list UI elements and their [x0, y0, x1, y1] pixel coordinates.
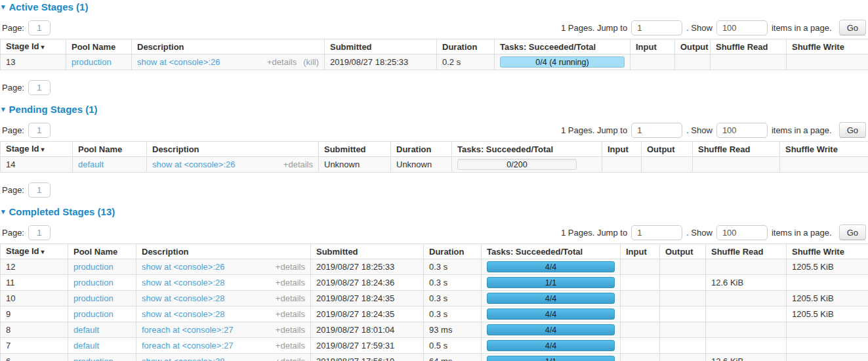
show-count-input[interactable]: [716, 20, 768, 35]
column-header-submitted[interactable]: Submitted: [311, 244, 424, 259]
column-header-tasks-succeeded-total[interactable]: Tasks: Succeeded/Total: [482, 244, 621, 259]
go-button[interactable]: Go: [839, 224, 866, 240]
page-number-input[interactable]: [28, 20, 51, 35]
stages-page: ▾ Active Stages (1) Page: 1 Pages. Jump …: [0, 0, 868, 361]
go-button[interactable]: Go: [839, 122, 866, 138]
stage-description-link[interactable]: show at <console>:26: [142, 262, 224, 272]
show-count-input[interactable]: [716, 123, 768, 138]
column-header-output[interactable]: Output: [642, 142, 693, 157]
column-header-output[interactable]: Output: [675, 39, 711, 54]
stage-description-link[interactable]: show at <console>:28: [142, 278, 224, 287]
submitted-cell: 2019/08/27 17:56:10: [311, 354, 424, 361]
stage-description-link[interactable]: show at <console>:28: [142, 309, 224, 319]
details-toggle-link[interactable]: +details: [276, 293, 305, 303]
column-header-submitted[interactable]: Submitted: [325, 39, 437, 54]
page-label: Page:: [2, 228, 24, 238]
description-cell: show at <console>:26+details(kill): [132, 54, 325, 70]
column-header-pool-name[interactable]: Pool Name: [66, 39, 132, 54]
column-header-duration[interactable]: Duration: [424, 244, 482, 259]
column-header-shuffle-read[interactable]: Shuffle Read: [711, 39, 787, 54]
column-header-input[interactable]: Input: [602, 142, 642, 157]
description-cell: show at <console>:26+details: [136, 259, 311, 275]
section-header-active-stages[interactable]: ▾ Active Stages (1): [1, 1, 868, 12]
pool-name-link[interactable]: production: [73, 356, 114, 361]
column-header-stage-id[interactable]: Stage Id▾: [1, 39, 66, 54]
shuffle-read-cell: [711, 54, 787, 70]
column-header-tasks-succeeded-total[interactable]: Tasks: Succeeded/Total: [452, 142, 602, 157]
output-cell: [660, 354, 706, 361]
jump-to-input[interactable]: [631, 123, 682, 138]
column-header-shuffle-read[interactable]: Shuffle Read: [693, 142, 780, 157]
column-header-output[interactable]: Output: [660, 244, 706, 259]
description-cell: show at <console>:28+details: [136, 354, 311, 361]
column-header-duration[interactable]: Duration: [437, 39, 495, 54]
page-number-input[interactable]: [28, 123, 51, 138]
column-header-stage-id[interactable]: Stage Id▾: [1, 244, 68, 259]
section-header-pending-stages[interactable]: ▾ Pending Stages (1): [1, 104, 868, 115]
go-button[interactable]: Go: [839, 20, 866, 35]
details-toggle-link[interactable]: +details: [276, 341, 305, 350]
completed-stages-table: Stage Id▾Pool NameDescriptionSubmittedDu…: [0, 244, 868, 361]
pool-name-link[interactable]: production: [73, 278, 114, 287]
tasks-cell: 4/4: [482, 291, 621, 307]
jump-to-input[interactable]: [631, 225, 682, 240]
output-cell: [660, 307, 706, 322]
stage-description-link[interactable]: show at <console>:28: [142, 356, 224, 361]
column-header-shuffle-read[interactable]: Shuffle Read: [706, 244, 787, 259]
column-header-pool-name[interactable]: Pool Name: [73, 142, 147, 157]
stage-row: 12productionshow at <console>:26+details…: [1, 259, 868, 275]
details-toggle-link[interactable]: +details: [276, 325, 305, 335]
table-header-row: Stage Id▾Pool NameDescriptionSubmittedDu…: [1, 244, 868, 259]
column-header-description[interactable]: Description: [132, 39, 325, 54]
column-header-description[interactable]: Description: [147, 142, 319, 157]
column-header-stage-id[interactable]: Stage Id▾: [1, 142, 73, 157]
pool-name-link[interactable]: production: [72, 57, 112, 67]
column-header-input[interactable]: Input: [621, 244, 660, 259]
stage-description-link[interactable]: show at <console>:26: [152, 159, 235, 169]
column-header-duration[interactable]: Duration: [391, 142, 452, 157]
details-toggle-link[interactable]: +details: [283, 159, 313, 169]
pool-name-cell: default: [68, 322, 136, 338]
shuffle-write-cell: 1205.5 KiB: [787, 259, 868, 275]
pool-name-link[interactable]: production: [73, 293, 114, 303]
stage-description-link[interactable]: show at <console>:28: [142, 293, 224, 303]
stage-description-link[interactable]: foreach at <console>:27: [142, 341, 234, 350]
column-header-shuffle-write[interactable]: Shuffle Write: [787, 39, 868, 54]
details-toggle-link[interactable]: +details: [267, 57, 297, 67]
page-number-input[interactable]: [28, 182, 51, 198]
details-toggle-link[interactable]: +details: [276, 278, 305, 287]
column-header-tasks-succeeded-total[interactable]: Tasks: Succeeded/Total: [495, 39, 630, 54]
pool-name-link[interactable]: production: [73, 262, 114, 272]
column-header-pool-name[interactable]: Pool Name: [68, 244, 136, 259]
pool-name-cell: default: [73, 157, 147, 173]
pool-name-link[interactable]: default: [73, 341, 99, 350]
stage-description-link[interactable]: foreach at <console>:27: [142, 325, 234, 335]
details-toggle-link[interactable]: +details: [276, 309, 305, 319]
input-cell: [621, 275, 660, 291]
collapse-arrow-icon: ▾: [1, 3, 5, 11]
collapse-arrow-icon: ▾: [1, 208, 5, 215]
pool-name-link[interactable]: default: [73, 325, 99, 335]
page-number-input[interactable]: [28, 225, 51, 240]
show-count-input[interactable]: [716, 225, 768, 240]
section-header-completed-stages[interactable]: ▾ Completed Stages (13): [1, 206, 868, 217]
stage-row: 10productionshow at <console>:28+details…: [1, 291, 868, 307]
shuffle-write-cell: 1205.5 KiB: [787, 291, 868, 307]
details-toggle-link[interactable]: +details: [276, 356, 305, 361]
column-header-input[interactable]: Input: [630, 39, 675, 54]
pool-name-cell: production: [68, 275, 136, 291]
shuffle-write-cell: [787, 338, 868, 354]
pool-name-link[interactable]: production: [73, 309, 114, 319]
column-header-shuffle-write[interactable]: Shuffle Write: [787, 244, 868, 259]
column-header-shuffle-write[interactable]: Shuffle Write: [780, 142, 868, 157]
duration-cell: 0.3 s: [424, 307, 482, 322]
column-header-description[interactable]: Description: [136, 244, 311, 259]
kill-link[interactable]: (kill): [303, 57, 319, 67]
column-header-submitted[interactable]: Submitted: [319, 142, 391, 157]
details-toggle-link[interactable]: +details: [276, 262, 305, 272]
pool-name-link[interactable]: default: [78, 159, 104, 169]
jump-to-input[interactable]: [631, 20, 682, 35]
stage-description-link[interactable]: show at <console>:26: [137, 57, 220, 67]
stage-id-cell: 11: [1, 275, 68, 291]
page-number-input[interactable]: [28, 80, 51, 95]
